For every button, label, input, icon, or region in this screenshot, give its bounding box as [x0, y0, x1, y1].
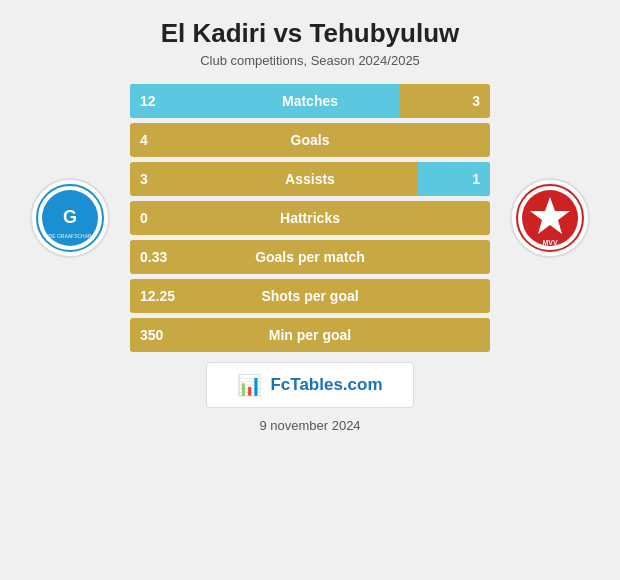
match-title: El Kadiri vs Tehubyuluw	[161, 18, 460, 49]
stat-row: 350Min per goal	[130, 318, 490, 352]
stat-value-left: 0.33	[140, 249, 167, 265]
stat-label: Matches	[130, 93, 490, 109]
stat-label: Goals	[130, 132, 490, 148]
team-logo-left: G DE GRAAFSCHAP	[30, 178, 110, 258]
stat-value-left: 0	[140, 210, 148, 226]
stat-value-left: 4	[140, 132, 148, 148]
stats-wrapper: G DE GRAAFSCHAP 12Matches34Goals3Assists…	[20, 84, 600, 352]
stat-bar: 12.25Shots per goal	[130, 279, 490, 313]
stat-label: Hattricks	[130, 210, 490, 226]
stat-value-left: 12.25	[140, 288, 175, 304]
stat-value-right: 1	[472, 171, 480, 187]
stat-row: 12Matches3	[130, 84, 490, 118]
stat-bar: 4Goals	[130, 123, 490, 157]
fctables-text: FcTables.com	[270, 375, 382, 395]
stat-bar: 12Matches3	[130, 84, 490, 118]
stat-value-left: 3	[140, 171, 148, 187]
svg-text:DE GRAAFSCHAP: DE GRAAFSCHAP	[49, 233, 92, 239]
svg-text:MVV: MVV	[542, 239, 558, 246]
fctables-badge: 📊 FcTables.com	[206, 362, 413, 408]
stat-label: Min per goal	[130, 327, 490, 343]
stat-value-left: 12	[140, 93, 156, 109]
stat-label: Assists	[130, 171, 490, 187]
stat-label: Shots per goal	[130, 288, 490, 304]
stat-row: 3Assists1	[130, 162, 490, 196]
stat-row: 0.33Goals per match	[130, 240, 490, 274]
stat-bar: 3Assists1	[130, 162, 490, 196]
stat-label: Goals per match	[130, 249, 490, 265]
stat-bar: 0Hattricks	[130, 201, 490, 235]
stats-rows: 12Matches34Goals3Assists10Hattricks0.33G…	[130, 84, 490, 352]
stat-bar: 350Min per goal	[130, 318, 490, 352]
footer-date: 9 november 2024	[259, 418, 360, 433]
svg-text:G: G	[63, 207, 77, 227]
team-logo-right: MVV	[510, 178, 590, 258]
stat-bar: 0.33Goals per match	[130, 240, 490, 274]
stat-value-left: 350	[140, 327, 163, 343]
match-subtitle: Club competitions, Season 2024/2025	[200, 53, 420, 68]
page-container: El Kadiri vs Tehubyuluw Club competition…	[0, 0, 620, 580]
stat-value-right: 3	[472, 93, 480, 109]
stat-row: 0Hattricks	[130, 201, 490, 235]
stat-row: 12.25Shots per goal	[130, 279, 490, 313]
fctables-icon: 📊	[237, 373, 262, 397]
stat-row: 4Goals	[130, 123, 490, 157]
logo-section: 📊 FcTables.com	[20, 362, 600, 408]
